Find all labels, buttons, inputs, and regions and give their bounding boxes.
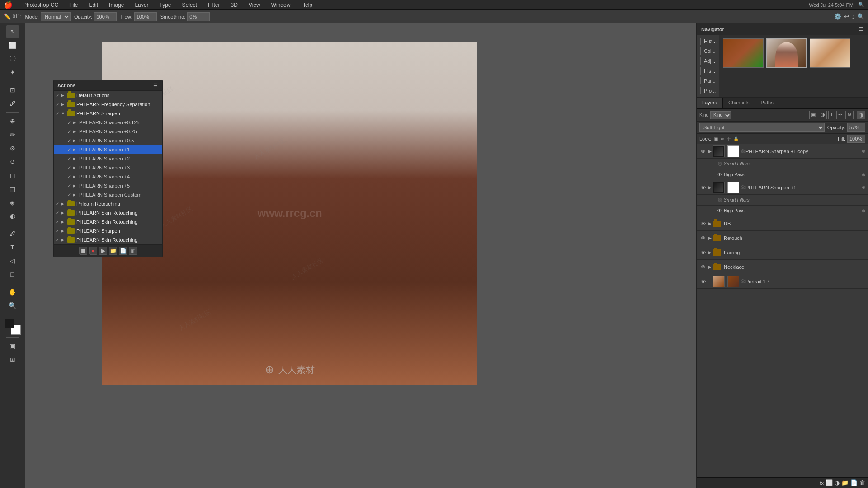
filter-adjust-icon[interactable]: ◑ [819, 111, 827, 119]
expand-icon[interactable]: ▶ [61, 211, 67, 215]
expand-icon[interactable]: ▶ [73, 120, 79, 125]
nav-thumb-2[interactable] [766, 38, 807, 68]
visibility-toggle[interactable]: 👁 [699, 148, 707, 155]
pro-panel-row[interactable]: Pro... [700, 86, 715, 95]
mode-select[interactable]: Normal [41, 12, 71, 21]
eraser-tool[interactable]: ◻ [6, 169, 19, 182]
filter-type-icon[interactable]: T [828, 111, 835, 119]
menu-3d[interactable]: 3D [229, 1, 240, 9]
list-item[interactable]: ✓ ▶ PHLEARN Sharpen +0.25 [54, 127, 162, 136]
opacity-value-input[interactable] [847, 123, 865, 132]
history-brush-tool[interactable]: ↺ [6, 155, 19, 168]
folder-icon[interactable]: 📁 [841, 479, 849, 486]
list-item[interactable]: ✓ ▼ PHLEARN Sharpen [54, 109, 162, 118]
hist-panel-row[interactable]: Hist... [700, 37, 715, 46]
shape-tool[interactable]: □ [6, 268, 19, 281]
new-layer-icon[interactable]: 📄 [850, 479, 858, 486]
visibility-toggle[interactable]: 👁 [699, 220, 707, 227]
table-row[interactable]: 👁 ▶ ⛓ PHLEARN Sharpen +1 ⊕ [697, 180, 868, 195]
list-item[interactable]: ✓ ▶ PHLEARN Frequency Separation [54, 100, 162, 109]
stop-button[interactable]: ◼ [79, 247, 87, 255]
table-row[interactable]: ⛓ Smart Filters [697, 159, 868, 169]
expand-icon[interactable]: ▶ [707, 221, 713, 227]
rotate-icon[interactable]: ↩ [844, 13, 849, 20]
lock-transparent-icon[interactable]: ▣ [714, 136, 718, 141]
filter-shape-icon[interactable]: ⊹ [836, 111, 844, 119]
expand-icon[interactable]: ▶ [707, 148, 713, 155]
nav-thumb-3[interactable] [810, 38, 850, 68]
foreground-color-swatch[interactable] [5, 319, 14, 328]
settings-icon[interactable]: ⊕ [862, 172, 865, 177]
tool-settings-icon[interactable]: ⚙️ [834, 13, 841, 20]
table-row[interactable]: 👁 ▶ Necklace [697, 260, 868, 274]
expand-icon[interactable]: ▶ [73, 192, 79, 197]
visibility-toggle[interactable]: 👁 [699, 235, 707, 242]
expand-icon[interactable]: ▶ [707, 235, 713, 241]
gradient-tool[interactable]: ▦ [6, 183, 19, 195]
expand-icon[interactable]: ▶ [707, 264, 713, 270]
table-row[interactable]: 👁 ▶ DB [697, 216, 868, 231]
expand-icon[interactable]: ▶ [73, 165, 79, 170]
magic-wand-tool[interactable]: ✦ [6, 66, 19, 79]
quick-mask-tool[interactable]: ▣ [6, 340, 19, 352]
list-item[interactable]: ✓ ▶ PHLEARN Sharpen +1 [54, 145, 162, 154]
search-options-icon[interactable]: 🔍 [857, 13, 864, 20]
navigator-menu-icon[interactable]: ☰ [859, 26, 863, 32]
expand-icon[interactable]: ▶ [707, 249, 713, 256]
lock-position-icon[interactable]: ✛ [727, 136, 731, 141]
pen-tool[interactable]: 🖉 [6, 227, 19, 240]
list-item[interactable]: ✓ ▶ PHLEARN Sharpen Custom [54, 190, 162, 199]
visibility-toggle[interactable]: 👁 [699, 249, 707, 256]
menu-image[interactable]: Image [107, 1, 126, 9]
fx-icon[interactable]: fx [820, 480, 824, 486]
table-row[interactable]: 👁 ⛓ Portrait 1-4 [697, 274, 868, 289]
filter-toggle[interactable]: ◑ [857, 111, 865, 119]
menu-file[interactable]: File [67, 1, 80, 9]
adjustment-icon[interactable]: ◑ [835, 479, 840, 486]
table-row[interactable]: 👁 High Pass ⊕ [697, 206, 868, 216]
tab-channels[interactable]: Channels [723, 98, 755, 108]
table-row[interactable]: 👁 ▶ Earring [697, 245, 868, 260]
expand-icon[interactable]: ▶ [73, 147, 79, 152]
list-item[interactable]: ✓ ▶ PHLEARN Sharpen +2 [54, 154, 162, 163]
table-row[interactable]: 👁 High Pass ⊕ [697, 169, 868, 180]
expand-icon[interactable]: ▶ [61, 202, 67, 206]
tab-layers[interactable]: Layers [697, 98, 723, 108]
filter-smart-icon[interactable]: ⚙ [845, 111, 854, 119]
blur-tool[interactable]: ◈ [6, 196, 19, 209]
visibility-toggle[interactable]: 👁 [699, 263, 707, 271]
filter-kind-select[interactable]: Kind [710, 111, 731, 119]
menu-select[interactable]: Select [179, 1, 199, 9]
list-item[interactable]: ✓ ▶ PHLEARN Skin Retouching [54, 235, 162, 244]
menu-photoshop[interactable]: Photoshop CC [21, 1, 61, 9]
path-tool[interactable]: ◁ [6, 254, 19, 267]
visibility-toggle[interactable]: 👁 [699, 278, 707, 285]
expand-icon[interactable]: ▶ [61, 93, 67, 98]
col-panel-row[interactable]: Col... [700, 47, 715, 56]
smoothing-input[interactable] [187, 12, 210, 21]
expand-icon[interactable]: ▶ [61, 102, 67, 107]
move-tool[interactable]: ↖ [6, 25, 19, 38]
filter-pixel-icon[interactable]: ▣ [809, 111, 817, 119]
dodge-tool[interactable]: ◐ [6, 210, 19, 222]
play-button[interactable]: ▶ [99, 247, 107, 255]
expand-icon[interactable]: ▶ [61, 229, 67, 233]
list-item[interactable]: ✓ ▶ PHLEARN Sharpen +0.125 [54, 118, 162, 127]
visibility-toggle[interactable]: 👁 [717, 172, 722, 177]
screen-mode-tool[interactable]: ⊞ [6, 353, 19, 366]
blend-mode-select[interactable]: Soft Light [699, 123, 825, 132]
table-row[interactable]: ⛓ Smart Filters [697, 195, 868, 206]
mask-icon[interactable]: ⬜ [826, 479, 833, 486]
table-row[interactable]: 👁 ▶ ⛓ PHLEARN Sharpen +1 copy ⊕ [697, 144, 868, 159]
expand-icon[interactable]: ▶ [73, 183, 79, 188]
menu-type[interactable]: Type [157, 1, 173, 9]
brush-tool[interactable]: ✏ [6, 128, 19, 141]
new-action-button[interactable]: 📄 [119, 247, 127, 255]
par-panel-row[interactable]: Par... [700, 76, 715, 85]
text-tool[interactable]: T [6, 241, 19, 253]
eyedropper-tool[interactable]: 🖊 [6, 97, 19, 110]
search-icon[interactable]: 🔍 [858, 2, 864, 8]
menu-help[interactable]: Help [299, 1, 315, 9]
expand-icon[interactable]: ▼ [61, 111, 67, 116]
list-item[interactable]: ✓ ▶ PHLEARN Sharpen [54, 226, 162, 235]
